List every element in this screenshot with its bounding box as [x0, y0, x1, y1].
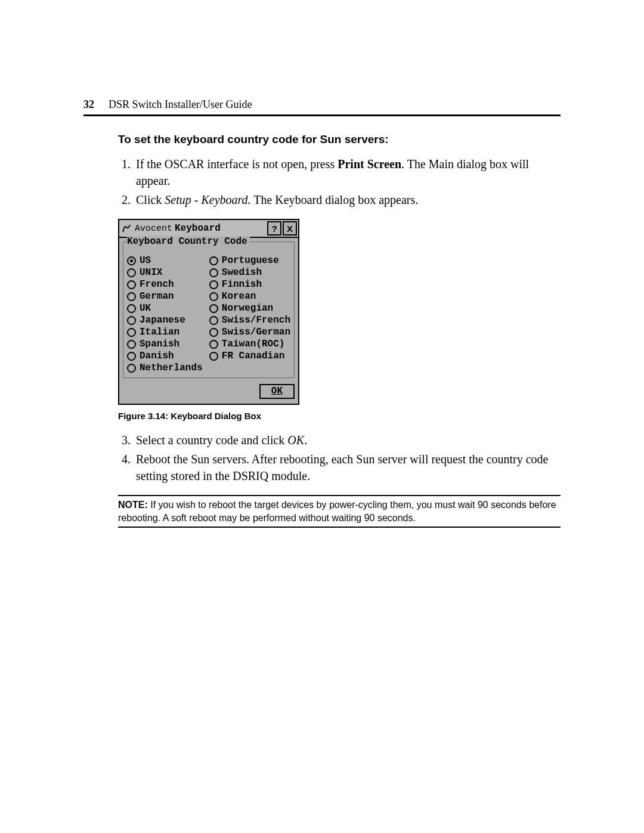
radio-label: Italian [140, 327, 179, 338]
radio-icon[interactable] [209, 316, 218, 325]
radio-label: US [140, 255, 151, 267]
radio-option[interactable]: UK [127, 303, 205, 314]
radio-label: Korean [222, 291, 256, 302]
step-3: Select a country code and click OK. [134, 432, 561, 448]
radio-option[interactable]: Swedish [209, 267, 290, 278]
radio-icon[interactable] [209, 352, 218, 361]
radio-option[interactable]: Korean [209, 291, 290, 302]
radio-option[interactable]: Swiss/French [209, 315, 290, 326]
radio-icon[interactable] [209, 340, 218, 349]
close-button[interactable]: X [283, 221, 297, 236]
radio-label: Spanish [140, 339, 179, 350]
page-header: 32 DSR Switch Installer/User Guide [83, 98, 561, 111]
keyboard-dialog: Avocent Keyboard ? X Keyboard Country Co… [118, 219, 299, 405]
radio-icon[interactable] [209, 256, 218, 265]
radio-icon[interactable] [127, 292, 136, 301]
country-code-fieldset: Keyboard Country Code USPortugueseUNIXSw… [123, 241, 295, 378]
radio-option[interactable]: Swiss/German [209, 327, 290, 338]
step-text: The Keyboard dialog box appears. [251, 193, 419, 206]
radio-label: Swiss/French [222, 315, 290, 326]
steps-list-1: If the OSCAR interface is not open, pres… [118, 156, 561, 208]
radio-label: Japanese [140, 315, 185, 326]
radio-icon[interactable] [127, 268, 136, 277]
radio-label: UK [140, 303, 151, 314]
radio-label: Taiwan(ROC) [222, 339, 285, 350]
radio-label: Norwegian [222, 303, 273, 314]
step-text: Click [136, 193, 165, 206]
radio-icon[interactable] [209, 304, 218, 313]
radio-option[interactable]: Danish [127, 351, 205, 362]
radio-option[interactable]: Norwegian [209, 303, 290, 314]
radio-label: French [140, 279, 174, 290]
radio-icon[interactable] [127, 304, 136, 313]
radio-icon[interactable] [209, 280, 218, 289]
radio-label: UNIX [140, 267, 162, 278]
note: NOTE: If you wish to reboot the target d… [118, 498, 561, 524]
dialog-title: Keyboard [175, 223, 266, 234]
radio-option[interactable]: Japanese [127, 315, 205, 326]
step-text: . [304, 433, 307, 447]
radio-icon[interactable] [127, 340, 136, 349]
section-heading: To set the keyboard country code for Sun… [118, 133, 561, 146]
dialog-body: Keyboard Country Code USPortugueseUNIXSw… [119, 238, 298, 379]
radio-icon[interactable] [127, 364, 136, 373]
radio-option[interactable]: Portuguese [209, 255, 290, 267]
radio-icon[interactable] [127, 328, 136, 337]
radio-icon[interactable] [209, 268, 218, 277]
note-body: If you wish to reboot the target devices… [118, 500, 556, 523]
radio-label: Danish [140, 351, 174, 362]
step-italic: Setup - Keyboard. [165, 193, 250, 206]
page-number: 32 [83, 98, 94, 111]
radio-label: Netherlands [140, 363, 203, 374]
radio-option[interactable]: Finnish [209, 279, 290, 290]
doc-title: DSR Switch Installer/User Guide [109, 98, 252, 111]
radio-option[interactable]: Netherlands [127, 363, 205, 374]
radio-icon[interactable] [127, 316, 136, 325]
step-4: Reboot the Sun servers. After rebooting,… [134, 451, 561, 484]
dialog-brand: Avocent [135, 224, 172, 234]
step-text: Select a country code and click [136, 433, 287, 447]
step-1: If the OSCAR interface is not open, pres… [134, 156, 561, 189]
radio-option[interactable]: US [127, 255, 205, 267]
dialog-footer: OK [119, 379, 298, 404]
help-button[interactable]: ? [267, 221, 281, 236]
note-rule-top [118, 495, 561, 496]
fieldset-legend: Keyboard Country Code [127, 236, 250, 247]
dialog-titlebar: Avocent Keyboard ? X [119, 220, 298, 238]
avocent-logo-icon [122, 224, 131, 233]
radio-label: Swiss/German [222, 327, 290, 338]
radio-icon[interactable] [127, 280, 136, 289]
radio-icon[interactable] [127, 352, 136, 361]
radio-icon[interactable] [127, 256, 136, 265]
step-text: If the OSCAR interface is not open, pres… [136, 157, 338, 171]
radio-label: Swedish [222, 267, 262, 278]
steps-list-2: Select a country code and click OK. Rebo… [118, 432, 561, 484]
page-content: To set the keyboard country code for Sun… [83, 133, 561, 528]
radio-label: German [140, 291, 174, 302]
step-text: Reboot the Sun servers. After rebooting,… [136, 453, 548, 482]
figure-caption: Figure 3.14: Keyboard Dialog Box [118, 411, 561, 421]
step-italic: OK [287, 433, 304, 447]
step-2: Click Setup - Keyboard. The Keyboard dia… [134, 191, 561, 208]
header-rule [83, 114, 561, 116]
note-rule-bottom [118, 527, 561, 528]
radio-option[interactable]: German [127, 291, 205, 302]
radio-label: FR Canadian [222, 351, 285, 362]
step-bold: Print Screen [338, 157, 401, 171]
radio-grid: USPortugueseUNIXSwedishFrenchFinnishGerm… [127, 255, 290, 374]
radio-label: Portuguese [222, 255, 279, 267]
radio-option[interactable]: Taiwan(ROC) [209, 339, 290, 350]
radio-label: Finnish [222, 279, 262, 290]
radio-option[interactable]: French [127, 279, 205, 290]
ok-button[interactable]: OK [259, 384, 295, 399]
radio-option[interactable]: FR Canadian [209, 351, 290, 362]
radio-option[interactable]: Italian [127, 327, 205, 338]
radio-option[interactable]: Spanish [127, 339, 205, 350]
radio-icon[interactable] [209, 292, 218, 301]
page: 32 DSR Switch Installer/User Guide To se… [0, 0, 644, 833]
radio-icon[interactable] [209, 328, 218, 337]
radio-option[interactable]: UNIX [127, 267, 205, 278]
note-label: NOTE: [118, 500, 148, 510]
